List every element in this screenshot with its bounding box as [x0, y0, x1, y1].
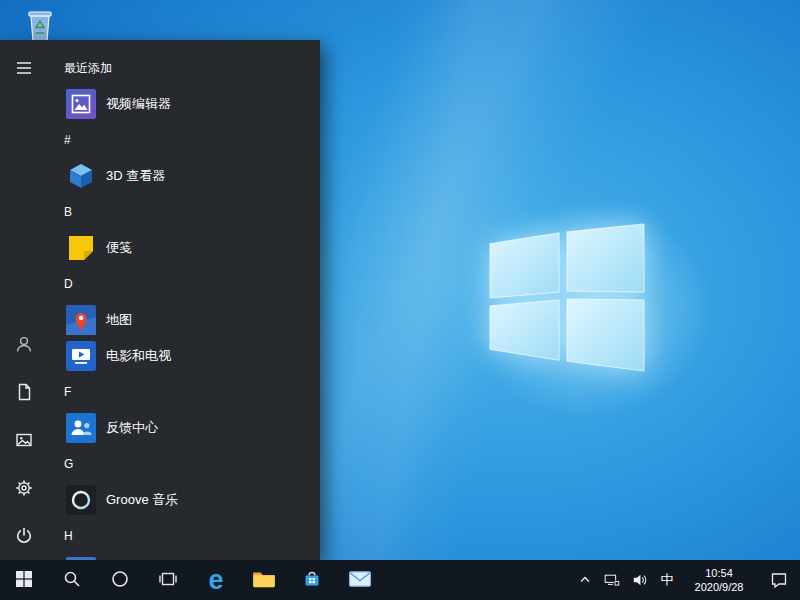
task-view-button[interactable] [144, 560, 192, 600]
maps-icon [66, 305, 96, 335]
edge-icon: e [208, 567, 223, 594]
start-menu: 最近添加 视频编辑器 # [0, 40, 320, 560]
documents-icon[interactable] [0, 368, 48, 416]
mail-button[interactable] [336, 560, 384, 600]
settings-icon[interactable] [0, 464, 48, 512]
app-label: 视频编辑器 [106, 95, 171, 113]
app-item-maps[interactable]: 地图 [48, 302, 320, 338]
mail-icon [348, 569, 372, 592]
section-header-f[interactable]: F [48, 374, 320, 410]
app-label: 反馈中心 [106, 419, 158, 437]
section-header-h[interactable]: H [48, 518, 320, 554]
search-icon [62, 569, 82, 592]
cortana-button[interactable] [96, 560, 144, 600]
3d-viewer-icon [66, 161, 96, 191]
sticky-notes-icon [66, 233, 96, 263]
start-button[interactable] [0, 560, 48, 600]
section-header-d[interactable]: D [48, 266, 320, 302]
windows-logo-wallpaper [488, 222, 646, 374]
clock-date: 2020/9/28 [695, 580, 744, 594]
windows-desktop-screen: 最近添加 视频编辑器 # [0, 0, 800, 600]
start-menu-rail [0, 40, 48, 560]
app-label: 地图 [106, 311, 132, 329]
taskbar: e [0, 560, 800, 600]
file-explorer-icon [252, 569, 276, 592]
task-view-icon [158, 569, 178, 592]
app-label: Groove 音乐 [106, 491, 178, 509]
volume-icon[interactable] [626, 560, 654, 600]
start-menu-rail-bottom [0, 320, 48, 560]
account-icon[interactable] [0, 320, 48, 368]
power-icon[interactable] [0, 512, 48, 560]
search-button[interactable] [48, 560, 96, 600]
app-item-feedback-hub[interactable]: 反馈中心 [48, 410, 320, 446]
start-menu-app-list: 最近添加 视频编辑器 # [48, 40, 320, 560]
ime-indicator[interactable]: 中 [654, 560, 680, 600]
app-item-movies-tv[interactable]: 电影和电视 [48, 338, 320, 374]
video-editor-icon [66, 89, 96, 119]
action-center-icon[interactable] [758, 560, 800, 600]
app-label: 电影和电视 [106, 347, 171, 365]
groove-music-icon [66, 485, 96, 515]
network-icon[interactable] [598, 560, 626, 600]
cortana-icon [110, 569, 130, 592]
start-icon [14, 569, 34, 592]
section-header-g[interactable]: G [48, 446, 320, 482]
clock-time: 10:54 [705, 566, 733, 580]
section-header-recent[interactable]: 最近添加 [48, 50, 320, 86]
edge-button[interactable]: e [192, 560, 240, 600]
store-button[interactable] [288, 560, 336, 600]
app-label: 便笺 [106, 239, 132, 257]
store-icon [302, 569, 322, 592]
taskbar-clock[interactable]: 10:54 2020/9/28 [680, 560, 758, 600]
app-label: 3D 查看器 [106, 167, 165, 185]
section-header-hash[interactable]: # [48, 122, 320, 158]
tray-chevron-up-icon[interactable] [572, 560, 598, 600]
feedback-hub-icon [66, 413, 96, 443]
file-explorer-button[interactable] [240, 560, 288, 600]
app-item-3d-viewer[interactable]: 3D 查看器 [48, 158, 320, 194]
app-item-sticky-notes[interactable]: 便笺 [48, 230, 320, 266]
system-tray: 中 10:54 2020/9/28 [572, 560, 800, 600]
app-item-video-editor[interactable]: 视频编辑器 [48, 86, 320, 122]
section-header-b[interactable]: B [48, 194, 320, 230]
app-item-groove-music[interactable]: Groove 音乐 [48, 482, 320, 518]
movies-tv-icon [66, 341, 96, 371]
menu-icon[interactable] [0, 44, 48, 92]
pictures-icon[interactable] [0, 416, 48, 464]
